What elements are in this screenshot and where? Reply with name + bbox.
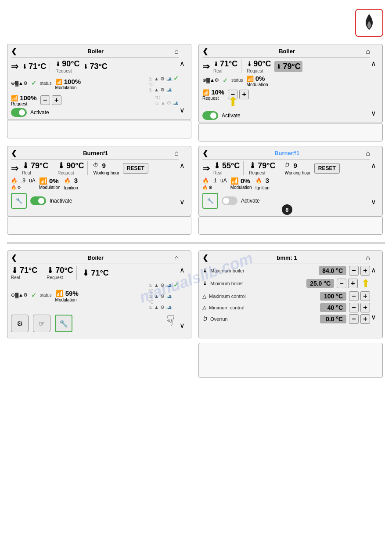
plus-btn-r[interactable]: + — [239, 90, 249, 99]
bmm-icon-3: △ — [202, 305, 206, 311]
fire-icon-box[interactable] — [355, 9, 383, 37]
request-row: 📶 100% Request − + °C ♨ ▲ ⚙ 🎿 — [11, 94, 179, 106]
plus-btn[interactable]: + — [52, 95, 61, 105]
temp-row-r: ⇒ 🌡 71°C Real 🌡 90°C — [202, 59, 370, 73]
flame-mod-row-l: 🔥 .9 uA 🔥⚙ 📶 0% — [11, 177, 179, 190]
yellow-arrow: ⬆ — [228, 94, 238, 109]
bmm-minus-2[interactable]: − — [349, 291, 359, 301]
status-3: ⊕▓▲⚙ ✓ status — [11, 292, 52, 299]
request-block: 📶 100% Request — [11, 94, 37, 106]
burner-real-l: 🌡 79°C Real — [22, 161, 52, 175]
action-btn-2[interactable]: ☞ — [33, 315, 50, 332]
wrench-box-l[interactable]: 🔧 — [11, 193, 27, 209]
bmm-minus-4[interactable]: − — [349, 314, 359, 324]
section3-row: ❮ Boiler ⌂ 🌡 71°C Real — [7, 250, 385, 382]
bmm-label-3: Minimum control — [209, 305, 317, 310]
bmm-label-1: Minimum boiler — [210, 281, 304, 286]
ign-row-l: 🔥 3 — [64, 177, 78, 184]
home-3[interactable]: ⌂ — [174, 254, 179, 262]
panel-header-r: ❮ Boiler ⌂ — [202, 47, 370, 58]
flame-unit-r: uA — [220, 178, 227, 184]
temp-third-val-r: 🌡 79°C — [274, 61, 302, 72]
bmm-minus-0[interactable]: − — [349, 266, 359, 276]
back-3[interactable]: ❮ — [11, 254, 17, 262]
signal-r: 📶 — [247, 76, 254, 82]
burner-back-r[interactable]: ❮ — [202, 149, 208, 157]
temp-real-r: 🌡 71°C Real — [213, 59, 241, 73]
bmm-plus-3[interactable]: + — [360, 303, 370, 312]
action-btn-1[interactable]: ⚙ — [11, 315, 29, 332]
chevron-up-b[interactable]: ∧ — [180, 161, 185, 170]
bmm-plus-1[interactable]: + — [348, 279, 358, 288]
burner-home-r[interactable]: ⌂ — [366, 149, 370, 157]
ri3-row3: ♨ ▲ ⚙ 🎿 — [148, 294, 179, 299]
chevron-down-3[interactable]: ∨ — [180, 321, 185, 330]
wrench-box-r[interactable]: 🔧 — [202, 193, 218, 209]
pm-row-r: − + ⬆ — [228, 90, 249, 99]
ri2-row2: ♨ ▲ ⚙ 🎿 — [155, 100, 179, 106]
bmm-pm-3: − + — [349, 303, 370, 312]
chevron-down[interactable]: ∨ — [180, 106, 185, 114]
action-btn-3-wrench[interactable]: 🔧 — [55, 315, 72, 332]
chevron-up-3[interactable]: ∧ — [180, 266, 185, 274]
reset-btn-r[interactable]: RESET — [314, 163, 340, 174]
mod-block-r2: 📶 0% Modulation — [230, 177, 252, 190]
temp-third-r: 🌡 79°C — [274, 61, 302, 72]
bmm-row-1: 🌡 Minimum boiler 25.0 °C − + ⬆ — [202, 277, 370, 290]
bmm-plus-2[interactable]: + — [360, 291, 370, 301]
activate-toggle[interactable] — [11, 108, 27, 117]
ri-row2: °C — [148, 82, 179, 87]
temp-third-val-3: 🌡 71°C — [82, 268, 108, 278]
chevron-up-r[interactable]: ∧ — [371, 59, 376, 68]
burner-title-l: Burner#1 — [17, 150, 174, 156]
boiler-panel-right-1: ❮ Boiler ⌂ ⇒ 🌡 71°C Real — [198, 44, 383, 123]
burner-panel-inner-l: ❮ Burner#1 ⌂ ⇒ 🌡 79°C Real — [11, 149, 187, 209]
activate-toggle-r[interactable] — [202, 111, 218, 120]
burner-req-val-r: 🌡 79°C — [249, 161, 275, 170]
chevron-down-b[interactable]: ∨ — [180, 198, 185, 206]
boiler-panel-left-3: ❮ Boiler ⌂ 🌡 71°C Real — [7, 250, 191, 338]
burner-panel-right: ❮ Burner#1 ⌂ ⇒ 🌡 55°C Real — [198, 146, 383, 216]
bmm-minus-1[interactable]: − — [337, 279, 346, 288]
chevron-up-bmm[interactable]: ∧ — [371, 266, 376, 274]
reset-btn-l[interactable]: RESET — [123, 163, 148, 174]
burner-arrow-l: ⇒ — [11, 163, 18, 174]
mod-val-r2: 📶 0% — [230, 177, 250, 185]
home-icon-r[interactable]: ⌂ — [366, 47, 370, 55]
flame-ign-l: 🔥 — [64, 178, 71, 184]
chevron-down-r[interactable]: ∨ — [371, 109, 376, 117]
chevron-down-rb[interactable]: ∨ — [371, 198, 376, 206]
bmm-row-2: △ Maximum control 100 °C − + — [202, 291, 370, 301]
panel-title-3: Boiler — [17, 254, 174, 261]
bmm-back[interactable]: ❮ — [202, 254, 208, 262]
activate-toggle-rb[interactable] — [222, 196, 237, 205]
ri3-row1: ♨ ▲ ⚙ 🎿 ✓ — [148, 281, 179, 288]
chevron-down-bmm[interactable]: ∨ — [371, 313, 376, 321]
bmm-icon-2: △ — [202, 293, 206, 299]
burner-panel-left: ❮ Burner#1 ⌂ ⇒ 🌡 79°C Real — [7, 146, 191, 216]
bmm-minus-3[interactable]: − — [349, 303, 359, 312]
bmm-panel-inner: ❮ bmm: 1 ⌂ 🌡 Maximum boiler 84.0 °C − + — [202, 254, 379, 324]
ri2-row1: °C — [155, 95, 179, 100]
bmm-plus-4[interactable]: + — [360, 314, 370, 324]
bmm-plus-0[interactable]: + — [360, 266, 370, 276]
minus-btn[interactable]: − — [40, 95, 50, 105]
burner-back-l[interactable]: ❮ — [11, 149, 17, 157]
therm-3: 🌡 — [11, 266, 19, 275]
mod-block: 📶 100% Modulation — [55, 78, 81, 90]
activate-label-rb: Activate — [241, 198, 260, 204]
back-button-r[interactable]: ❮ — [202, 47, 208, 55]
home-icon[interactable]: ⌂ — [174, 47, 179, 55]
chevron-up[interactable]: ∧ — [180, 59, 185, 68]
inactivate-toggle-l[interactable] — [30, 196, 46, 205]
temp-req-r: 🌡 90°C Request — [247, 59, 271, 73]
temp-real-value: 🌡 71°C — [22, 62, 46, 71]
flame-icons-l: 🔥⚙ — [11, 185, 21, 190]
burner-home-l[interactable]: ⌂ — [174, 149, 179, 157]
temp-row: ⇒ 🌡 71°C 🌡 90°C — [11, 59, 179, 73]
bmm-home[interactable]: ⌂ — [366, 254, 370, 262]
bmm-icon-1: 🌡 — [202, 280, 208, 287]
back-button[interactable]: ❮ — [11, 47, 17, 55]
mod-r: 📶 0% Modulation — [247, 75, 268, 87]
chevron-up-rb[interactable]: ∧ — [371, 161, 376, 170]
